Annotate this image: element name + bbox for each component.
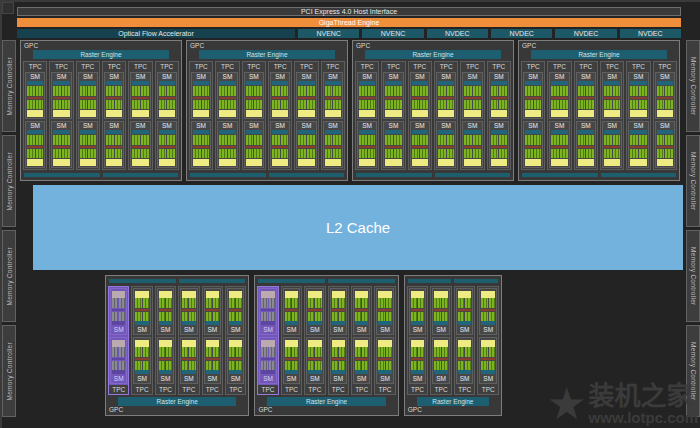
core-subblock <box>281 135 289 145</box>
sm-core-block <box>132 100 148 110</box>
memory-controller-right-1: Memory Controller <box>686 40 700 132</box>
sm-label: SM <box>181 326 196 334</box>
core-subblock <box>657 100 665 110</box>
tpc-label: TPC <box>180 385 197 394</box>
sm-scheduler-bar <box>285 370 298 374</box>
sm-register-bar <box>657 159 673 166</box>
sm-separator <box>525 97 541 99</box>
sm-core-block <box>578 100 594 110</box>
memory-controller-right-3: Memory Controller <box>686 230 700 322</box>
sm-label: SM <box>131 122 149 130</box>
tpc-label: TPC <box>456 385 474 394</box>
sm-register-bar <box>551 110 567 117</box>
sm-core-block <box>325 135 341 145</box>
sm-register-bar <box>657 110 673 117</box>
core-subblock <box>355 312 361 322</box>
memory-controller-left-3: Memory Controller <box>2 230 16 322</box>
sm-core-block <box>325 100 341 110</box>
sm-scheduler-bar <box>412 130 428 134</box>
sm-core-block <box>308 298 321 308</box>
core-subblock <box>665 135 673 145</box>
memory-controller-label: Memory Controller <box>690 247 697 306</box>
core-subblock <box>298 149 306 159</box>
tpc-label: TPC <box>357 62 377 71</box>
sm: SM <box>130 72 150 119</box>
sm-separator <box>80 97 96 99</box>
sm-scheduler-bar <box>630 130 646 134</box>
sm-label: SM <box>480 326 496 334</box>
sm: SM <box>628 121 648 168</box>
sm-register-bar <box>229 340 242 347</box>
core-subblock <box>119 361 125 371</box>
core-subblock <box>442 347 448 357</box>
core-subblock <box>473 135 481 145</box>
sm-register-bar <box>206 340 219 347</box>
core-subblock <box>88 86 96 96</box>
sm-core-block <box>657 149 673 159</box>
core-subblock <box>80 86 88 96</box>
tpc-label: TPC <box>479 385 497 394</box>
tpc: TPCSMSM <box>477 286 499 395</box>
memory-controller-left-2: Memory Controller <box>2 135 16 227</box>
raster-engine-bar: Raster Engine <box>417 397 489 406</box>
gpc-label: GPC <box>355 42 511 50</box>
tpc: TPCSMSM <box>189 61 213 170</box>
core-subblock <box>88 100 96 110</box>
core-subblock <box>236 298 242 308</box>
sm-register-bar <box>135 340 148 347</box>
sm-register-bar <box>630 110 646 117</box>
sm-core-block <box>359 100 375 110</box>
core-subblock <box>604 100 612 110</box>
sm: SM <box>456 288 474 335</box>
core-subblock <box>665 100 673 110</box>
sm-scheduler-bar <box>135 321 148 325</box>
sm-scheduler-bar <box>159 321 172 325</box>
core-subblock <box>135 347 141 357</box>
sm-label: SM <box>377 326 392 334</box>
sm-stack: SMSM <box>409 287 427 385</box>
sm-label: SM <box>324 73 342 81</box>
core-subblock <box>368 100 376 110</box>
sm-core-block <box>657 100 673 110</box>
tpc: TPCSMSM <box>304 286 325 395</box>
sm: SM <box>110 337 127 384</box>
sm: SM <box>157 337 174 384</box>
sm-separator <box>378 309 391 311</box>
sm-register-bar <box>325 159 341 166</box>
tpc-label: TPC <box>655 62 675 71</box>
sm-label: SM <box>550 73 568 81</box>
core-subblock <box>106 149 114 159</box>
tpc-row: TPCSMSMTPCSMSMTPCSMSMTPCSMSMTPCSMSMTPCSM… <box>189 61 345 170</box>
sm-register-bar <box>630 159 646 166</box>
sm-scheduler-bar <box>464 81 480 85</box>
core-subblock <box>112 347 118 357</box>
sm-core-block <box>412 100 428 110</box>
sm-label: SM <box>245 122 263 130</box>
texture-bar <box>269 173 345 177</box>
core-subblock <box>481 298 487 308</box>
sm-separator <box>325 97 341 99</box>
sm: SM <box>51 72 71 119</box>
core-subblock <box>613 149 621 159</box>
sm-separator <box>182 358 195 360</box>
core-subblock <box>308 298 314 308</box>
core-subblock <box>613 135 621 145</box>
sm-stack: SMSM <box>628 71 648 169</box>
sm-register-bar <box>80 110 96 117</box>
sm-register-bar <box>438 110 454 117</box>
sm-scheduler-bar <box>106 130 122 134</box>
sm-core-block <box>385 149 401 159</box>
tpc-label: TPC <box>244 62 264 71</box>
core-subblock <box>339 361 345 371</box>
core-subblock <box>261 361 267 371</box>
l2-cache-block: L2 Cache <box>33 185 683 270</box>
core-subblock <box>525 135 533 145</box>
core-subblock <box>132 135 140 145</box>
gpc: GPCRaster EngineTPCSMSMTPCSMSMTPCSMSMTPC… <box>404 275 502 416</box>
core-subblock <box>272 135 280 145</box>
core-subblock <box>525 86 533 96</box>
sm-separator <box>604 97 620 99</box>
core-subblock <box>80 135 88 145</box>
sm-register-bar <box>298 110 314 117</box>
sm-core-block <box>578 149 594 159</box>
